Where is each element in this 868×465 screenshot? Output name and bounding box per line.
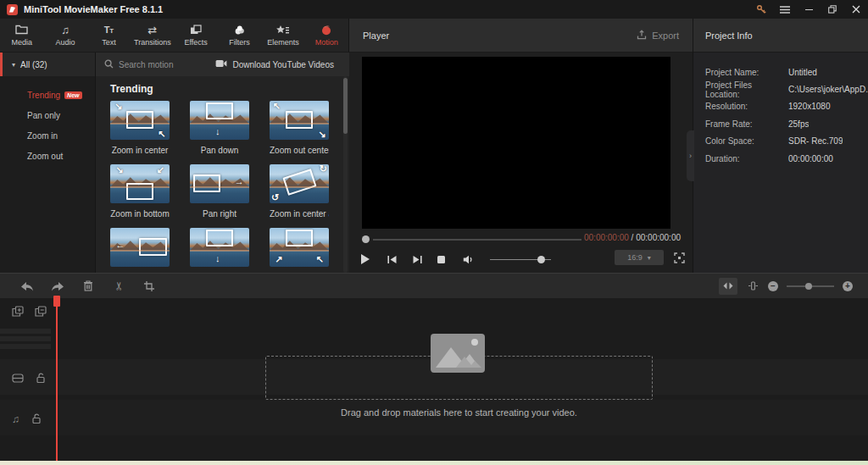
tab-effects[interactable]: Effects xyxy=(175,19,218,52)
tab-transitions[interactable]: ⇄Transitions xyxy=(131,19,174,52)
next-frame-icon xyxy=(412,255,423,264)
motion-item[interactable]: ↘↖Zoom in center xyxy=(110,101,170,155)
tab-motion[interactable]: Motion xyxy=(305,19,348,52)
search-input[interactable] xyxy=(119,60,203,69)
tab-text[interactable]: TTText xyxy=(87,19,131,52)
project-info-label: Color Space: xyxy=(693,136,788,146)
ribbon-tabbar: Media♫AudioTTText⇄TransitionsEffectsFilt… xyxy=(0,19,349,53)
delete-button[interactable] xyxy=(81,280,95,291)
motion-item[interactable]: ↓Pan down xyxy=(190,101,249,155)
lock-track-button[interactable] xyxy=(32,412,41,427)
sidebar-item-pan-only[interactable]: Pan only xyxy=(0,105,95,125)
sidebar-item-zoom-out[interactable]: Zoom out xyxy=(0,146,95,166)
motion-item[interactable]: ↓ xyxy=(190,228,249,273)
playhead-handle[interactable] xyxy=(53,296,60,307)
sidebar-item-label: Trending xyxy=(27,91,60,100)
motion-thumbnail[interactable]: ↓ xyxy=(190,101,249,140)
motion-item[interactable]: →Pan right xyxy=(190,164,249,219)
motion-item[interactable]: ← xyxy=(110,228,170,273)
maximize-button[interactable] xyxy=(821,0,844,19)
motion-thumbnail[interactable]: → xyxy=(190,164,249,203)
scrollbar[interactable] xyxy=(343,76,348,273)
motion-thumbnail[interactable]: ↘↙ xyxy=(110,164,170,203)
split-button[interactable]: ✂ xyxy=(112,280,125,292)
elements-icon xyxy=(276,24,289,36)
motion-frame-overlay xyxy=(282,169,316,196)
motion-thumbnail[interactable]: ↘↖ xyxy=(110,101,170,140)
motion-frame-overlay xyxy=(139,238,166,255)
category-list: TrendingNewPan onlyZoom inZoom out xyxy=(0,85,95,166)
overlay-track-strip xyxy=(0,329,51,334)
add-track-button[interactable] xyxy=(12,305,24,320)
scrollbar-thumb[interactable] xyxy=(343,78,348,134)
timeline-area[interactable]: ♫ Drag and drop materials here to start … xyxy=(0,298,868,461)
close-button[interactable] xyxy=(844,0,868,19)
timecode: 00:00:00:00 / 00:00:00:00 xyxy=(584,233,681,242)
motion-thumbnail[interactable]: ↓ xyxy=(190,228,249,267)
scissors-icon: ✂ xyxy=(113,281,125,291)
panel-collapse-handle[interactable]: › xyxy=(687,130,694,181)
playhead-line[interactable] xyxy=(56,298,58,461)
fit-timeline-button[interactable] xyxy=(719,278,737,295)
project-info-value: Untitled xyxy=(788,68,817,77)
motion-item[interactable]: ↘↙Zoom in bottom xyxy=(110,164,170,219)
tab-audio[interactable]: ♫Audio xyxy=(43,19,86,52)
motion-library-panel: Download YouTube Videos Trending ↘↖Zoom … xyxy=(96,53,349,273)
aspect-ratio-dropdown[interactable]: 16:9 ▾ xyxy=(615,250,664,265)
stop-button[interactable] xyxy=(437,256,463,263)
project-info-value: 1920x1080 xyxy=(788,102,831,111)
zoom-out-button[interactable]: − xyxy=(768,281,778,291)
motion-item[interactable]: ↻↺Zoom in center and r... xyxy=(270,164,329,219)
export-label: Export xyxy=(652,30,679,41)
main-area: Media♫AudioTTText⇄TransitionsEffectsFilt… xyxy=(0,19,868,273)
project-info-value: 00:00:00:00 xyxy=(788,154,833,163)
crop-button[interactable] xyxy=(142,281,156,291)
sidebar-item-zoom-in[interactable]: Zoom in xyxy=(0,125,95,146)
zoom-slider-handle[interactable] xyxy=(805,283,812,290)
tab-label: Elements xyxy=(267,38,299,47)
menu-icon[interactable] xyxy=(773,0,797,19)
minimize-button[interactable] xyxy=(797,0,821,19)
seek-handle[interactable] xyxy=(362,235,370,243)
video-preview xyxy=(362,57,670,229)
tab-media[interactable]: Media xyxy=(0,19,43,52)
motion-thumbnail[interactable]: ↖↘ xyxy=(270,101,329,140)
redo-button[interactable] xyxy=(51,281,64,291)
next-frame-button[interactable] xyxy=(412,255,437,264)
motion-item[interactable]: ↗↖ xyxy=(270,228,329,273)
volume-handle[interactable] xyxy=(537,256,545,263)
chevron-right-icon: › xyxy=(689,152,692,160)
seek-track[interactable] xyxy=(373,239,581,241)
remove-track-button[interactable] xyxy=(35,305,47,320)
motion-thumbnail[interactable]: ↻↺ xyxy=(270,164,329,203)
audio-track[interactable]: ♫ xyxy=(0,400,868,435)
zoom-in-button[interactable]: + xyxy=(843,281,853,291)
fullscreen-button[interactable] xyxy=(674,252,685,267)
motion-arrow-icon: ↙ xyxy=(156,165,164,174)
previous-frame-button[interactable] xyxy=(387,255,412,264)
sidebar-item-trending[interactable]: TrendingNew xyxy=(0,85,95,105)
tab-elements[interactable]: Elements xyxy=(261,19,304,52)
lock-track-button[interactable] xyxy=(36,371,45,386)
speaker-icon xyxy=(463,255,474,264)
fullscreen-icon xyxy=(674,252,685,263)
volume-button[interactable] xyxy=(463,255,488,264)
category-group-header[interactable]: ▾ All (32) xyxy=(0,53,95,76)
export-icon xyxy=(637,30,647,42)
sidebar-item-label: Zoom in xyxy=(27,131,58,141)
license-key-icon[interactable] xyxy=(749,0,773,19)
motion-thumbnail[interactable]: ← xyxy=(110,228,170,267)
export-button[interactable]: Export xyxy=(637,30,679,42)
play-button[interactable] xyxy=(361,254,387,264)
tab-filters[interactable]: Filters xyxy=(218,19,261,52)
motion-arrow-icon: ↻ xyxy=(320,164,327,174)
fit-clip-button[interactable] xyxy=(746,281,760,291)
play-icon xyxy=(361,254,370,264)
motion-thumbnail[interactable]: ↗↖ xyxy=(270,228,329,267)
undo-button[interactable] xyxy=(20,281,34,291)
fit-clip-icon xyxy=(748,281,758,291)
motion-item[interactable]: ↖↘Zoom out center xyxy=(270,101,329,155)
volume-slider[interactable] xyxy=(490,254,558,264)
download-youtube-button[interactable]: Download YouTube Videos xyxy=(215,59,334,69)
timeline-zoom-slider[interactable] xyxy=(787,282,834,291)
